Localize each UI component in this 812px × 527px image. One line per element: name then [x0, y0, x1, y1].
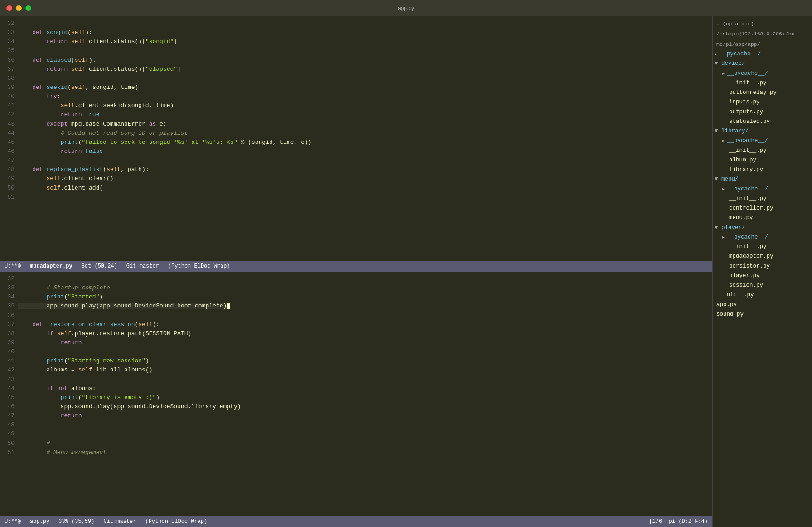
bottom-status-left: U:**@ app.py 33% (35,59) Git:master (Pyt…	[5, 518, 207, 525]
sidebar-item-mpdadapter[interactable]: mpdadapter.py	[713, 252, 812, 261]
bottom-code-text[interactable]: # Startup complete print("Started") app.…	[18, 272, 712, 516]
sidebar-item-player[interactable]: ▼ player/	[713, 223, 812, 233]
sidebar-item-player-init[interactable]: __init__.py	[713, 242, 812, 252]
sidebar-item-device[interactable]: ▼ device/	[713, 59, 812, 68]
app-window: app.py 323334353637383940414243444546474…	[0, 0, 812, 527]
minimize-button[interactable]	[16, 5, 22, 11]
sidebar-item-session[interactable]: session.py	[713, 281, 812, 290]
sidebar-item-library[interactable]: ▼ library/	[713, 127, 812, 136]
sidebar-item-device-init[interactable]: __init__.py	[713, 78, 812, 88]
sidebar[interactable]: . (up a dir) /ssh:pi@192.168.0.206:/ho m…	[712, 16, 812, 527]
sidebar-item-statusled[interactable]: statusled.py	[713, 117, 812, 127]
sidebar-item-outputs[interactable]: outputs.py	[713, 107, 812, 117]
sidebar-item-menu-init[interactable]: __init__.py	[713, 194, 812, 204]
editor-area: 3233343536373839404142434445464748495051…	[0, 16, 712, 527]
chevron-right-icon3: ▶	[722, 138, 727, 143]
bottom-status-right: [1/6] pi (D:2 F:4)	[649, 518, 708, 525]
bottom-branch: Git:master	[103, 518, 136, 525]
bottom-mode: U:**@	[5, 518, 21, 525]
bottom-position: 33% (35,59)	[58, 518, 94, 525]
sidebar-item-root-init[interactable]: __init__.py	[713, 290, 812, 300]
chevron-down-icon: ▼	[715, 60, 721, 67]
sidebar-item-library-init[interactable]: __init__.py	[713, 146, 812, 156]
sidebar-item-library-pycache[interactable]: ▶ __pycache__/	[713, 136, 812, 146]
bottom-filename: app.py	[30, 518, 49, 525]
top-branch: Git-master	[126, 263, 159, 269]
sidebar-path-2: /ssh:pi@192.168.0.206:/ho	[713, 29, 812, 39]
chevron-down-icon2: ▼	[715, 128, 721, 134]
traffic-lights	[6, 5, 31, 11]
chevron-right-icon2: ▶	[722, 71, 727, 76]
sidebar-item-menu[interactable]: ▼ menu/	[713, 175, 812, 184]
close-button[interactable]	[6, 5, 12, 11]
top-code-text[interactable]: def songid(self): return self.client.sta…	[18, 16, 712, 261]
maximize-button[interactable]	[25, 5, 31, 11]
bottom-code-pane: 3233343536373839404142434445464748495051…	[0, 272, 712, 516]
top-code-content[interactable]: 3233343536373839404142434445464748495051…	[0, 16, 712, 261]
sidebar-item-album[interactable]: album.py	[713, 156, 812, 165]
chevron-right-icon4: ▶	[722, 187, 727, 192]
bottom-line-numbers: 3233343536373839404142434445464748495051	[0, 272, 18, 516]
bottom-modeinfo: (Python ElDoc Wrap)	[145, 518, 207, 525]
sidebar-item-persistor[interactable]: persistor.py	[713, 262, 812, 271]
main-container: 3233343536373839404142434445464748495051…	[0, 16, 812, 527]
titlebar: app.py	[0, 0, 812, 16]
sidebar-item-app-py[interactable]: app.py	[713, 300, 812, 310]
chevron-down-icon4: ▼	[715, 224, 721, 231]
top-status-bar: U:**@ mpdadapter.py Bot (50,24) Git-mast…	[0, 261, 712, 272]
sidebar-item-inputs[interactable]: inputs.py	[713, 98, 812, 107]
sidebar-item-pycache-root[interactable]: ▶ __pycache__/	[713, 49, 812, 59]
chevron-down-icon3: ▼	[715, 176, 721, 182]
top-position: Bot (50,24)	[82, 263, 117, 269]
sidebar-item-sound-py[interactable]: sound.py	[713, 310, 812, 319]
chevron-right-icon5: ▶	[722, 235, 727, 240]
sidebar-item-library-py[interactable]: library.py	[713, 165, 812, 175]
sidebar-item-menu-py[interactable]: menu.py	[713, 213, 812, 223]
sidebar-path-3: me/pi/app/app/	[713, 39, 812, 49]
sidebar-item-device-pycache[interactable]: ▶ __pycache__/	[713, 69, 812, 78]
sidebar-item-controller[interactable]: controller.py	[713, 204, 812, 213]
top-line-numbers: 3233343536373839404142434445464748495051	[0, 16, 18, 261]
sidebar-path-1: . (up a dir)	[713, 19, 812, 29]
chevron-right-icon: ▶	[715, 52, 720, 57]
sidebar-item-buttonrelay[interactable]: buttonrelay.py	[713, 88, 812, 98]
top-filename: mpdadapter.py	[30, 263, 72, 269]
top-mode: U:**@	[5, 263, 21, 269]
bottom-status-bar: U:**@ app.py 33% (35,59) Git:master (Pyt…	[0, 516, 712, 527]
top-code-pane: 3233343536373839404142434445464748495051…	[0, 16, 712, 261]
sidebar-item-menu-pycache[interactable]: ▶ __pycache__/	[713, 185, 812, 194]
sidebar-item-player-pycache[interactable]: ▶ __pycache__/	[713, 233, 812, 242]
top-modeinfo: (Python ElDoc Wrap)	[168, 263, 230, 269]
sidebar-item-player-py[interactable]: player.py	[713, 271, 812, 281]
window-title: app.py	[398, 5, 414, 11]
bottom-code-content[interactable]: 3233343536373839404142434445464748495051…	[0, 272, 712, 516]
